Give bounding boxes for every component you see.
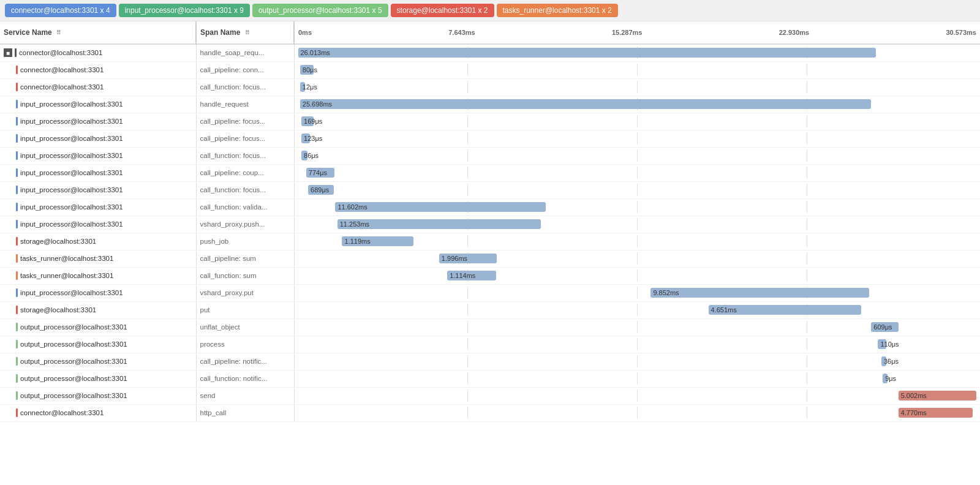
grid-line (807, 149, 807, 162)
grid-line (467, 81, 468, 93)
grid-line (637, 407, 638, 419)
service-tag-2[interactable]: output_processor@localhost:3301 x 5 (252, 4, 388, 17)
service-color-bar (16, 391, 18, 400)
resize-handle-span[interactable]: ⠿ (245, 29, 249, 36)
grid-line (467, 321, 468, 333)
service-color-bar (16, 288, 18, 297)
span-timeline-container: 86μs (298, 149, 977, 162)
timeline-cell-7: 774μs (294, 164, 980, 181)
table-row: connector@localhost:3301call_function: f… (0, 78, 980, 96)
service-color-bar (16, 220, 18, 228)
span-timeline-container: 11.253ms (298, 218, 977, 230)
service-tag-3[interactable]: storage@localhost:3301 x 2 (391, 4, 494, 17)
span-bar: 110μs (878, 339, 886, 349)
span-timeline-container: 26.013ms (298, 47, 977, 59)
service-color-bar (16, 254, 18, 263)
grid-line (637, 81, 638, 93)
grid-line (637, 115, 638, 127)
service-cell-19: output_processor@localhost:3301 (0, 370, 196, 387)
service-cell-17: output_processor@localhost:3301 (0, 336, 196, 353)
service-tag-0[interactable]: connector@localhost:3301 x 4 (5, 4, 116, 17)
scale-t1: 7.643ms (448, 29, 475, 36)
span-name-cell-13: call_function: sum (196, 267, 294, 284)
header-service-name[interactable]: Service Name ⠿ (0, 21, 196, 44)
grid-line (467, 372, 468, 385)
service-cell-18: output_processor@localhost:3301 (0, 353, 196, 370)
table-row: output_processor@localhost:3301send5.002… (0, 387, 980, 404)
span-timeline-container: 12μs (298, 81, 977, 93)
span-timeline-container: 11.602ms (298, 201, 977, 213)
service-color-bar (16, 237, 18, 246)
service-name-text: input_processor@localhost:3301 (20, 289, 123, 296)
service-name-text: output_processor@localhost:3301 (20, 375, 127, 382)
service-tag-4[interactable]: tasks_runner@localhost:3301 x 2 (497, 4, 618, 17)
span-name-cell-15: put (196, 301, 294, 318)
service-tag-1[interactable]: input_processor@localhost:3301 x 9 (119, 4, 250, 17)
span-timeline-container: 689μs (298, 184, 977, 196)
grid-line (807, 338, 807, 350)
timeline-cell-19: 9μs (294, 370, 980, 387)
service-cell-14: input_processor@localhost:3301 (0, 284, 196, 301)
grid-line (637, 235, 638, 247)
table-header: Service Name ⠿ Span Name ⠿ 0ms 7.643ms 1… (0, 21, 980, 44)
span-name-cell-18: call_pipeline: notific... (196, 353, 294, 370)
service-cell-15: storage@localhost:3301 (0, 301, 196, 318)
span-name-cell-12: call_pipeline: sum (196, 250, 294, 267)
timeline-scale: 0ms 7.643ms 15.287ms 22.930ms 30.573ms (298, 26, 976, 39)
span-bar: 25.698ms (300, 99, 872, 109)
timeline-cell-16: 609μs (294, 318, 980, 336)
span-bar: 4.770ms (899, 408, 973, 418)
service-color-bar (16, 83, 18, 91)
span-bar: 80μs (300, 65, 314, 75)
table-row: input_processor@localhost:3301handle_req… (0, 96, 980, 113)
span-bar: 1.119ms (342, 236, 413, 246)
grid-line (467, 407, 468, 419)
span-timeline-container: 1.119ms (298, 235, 977, 247)
service-name-text: storage@localhost:3301 (20, 238, 96, 245)
span-timeline-container: 774μs (298, 167, 977, 179)
service-name-text: input_processor@localhost:3301 (20, 100, 123, 108)
grid-line (637, 304, 638, 316)
service-cell-10: input_processor@localhost:3301 (0, 216, 196, 233)
span-name-cell-20: send (196, 387, 294, 404)
table-row: output_processor@localhost:3301unflat_ob… (0, 318, 980, 336)
timeline-cell-15: 4.651ms (294, 301, 980, 318)
span-bar: 9.852ms (650, 288, 869, 298)
header-span-name[interactable]: Span Name ⠿ (196, 21, 294, 44)
service-name-text: connector@localhost:3301 (20, 66, 104, 73)
span-bar: 609μs (871, 322, 898, 332)
grid-line (807, 132, 807, 145)
service-color-bar (16, 408, 18, 417)
service-cell-5: input_processor@localhost:3301 (0, 130, 196, 147)
grid-line (807, 201, 807, 213)
span-timeline-container: 4.770ms (298, 407, 977, 419)
service-name-text: input_processor@localhost:3301 (20, 118, 123, 125)
service-color-bar (16, 168, 18, 177)
scale-t4: 30.573ms (946, 29, 976, 36)
span-bar: 1.996ms (439, 254, 497, 263)
service-cell-7: input_processor@localhost:3301 (0, 164, 196, 181)
service-cell-6: input_processor@localhost:3301 (0, 147, 196, 164)
service-cell-1: connector@localhost:3301 (0, 61, 196, 78)
span-bar: 26.013ms (298, 48, 876, 58)
service-cell-11: storage@localhost:3301 (0, 233, 196, 250)
service-name-text: input_processor@localhost:3301 (20, 220, 123, 228)
service-cell-4: input_processor@localhost:3301 (0, 113, 196, 130)
table-row: storage@localhost:3301push_job1.119ms (0, 233, 980, 250)
span-timeline-container: 5.002ms (298, 389, 977, 402)
span-bar: 9μs (883, 374, 888, 383)
scale-t0: 0ms (298, 29, 312, 36)
table-row: input_processor@localhost:3301vshard_pro… (0, 216, 980, 233)
span-name-cell-8: call_function: focus... (196, 181, 294, 198)
span-bar: 1.114ms (447, 271, 496, 280)
collapse-button[interactable]: ■ (4, 48, 12, 57)
grid-line (467, 304, 468, 316)
service-name-text: connector@localhost:3301 (19, 49, 102, 56)
resize-handle-service[interactable]: ⠿ (56, 29, 61, 36)
service-name-text: input_processor@localhost:3301 (20, 203, 123, 211)
service-color-bar (16, 151, 18, 160)
grid-line (807, 407, 807, 419)
span-name-cell-2: call_function: focus... (196, 78, 294, 96)
grid-line (807, 167, 807, 179)
span-timeline-container: 123μs (298, 132, 977, 145)
